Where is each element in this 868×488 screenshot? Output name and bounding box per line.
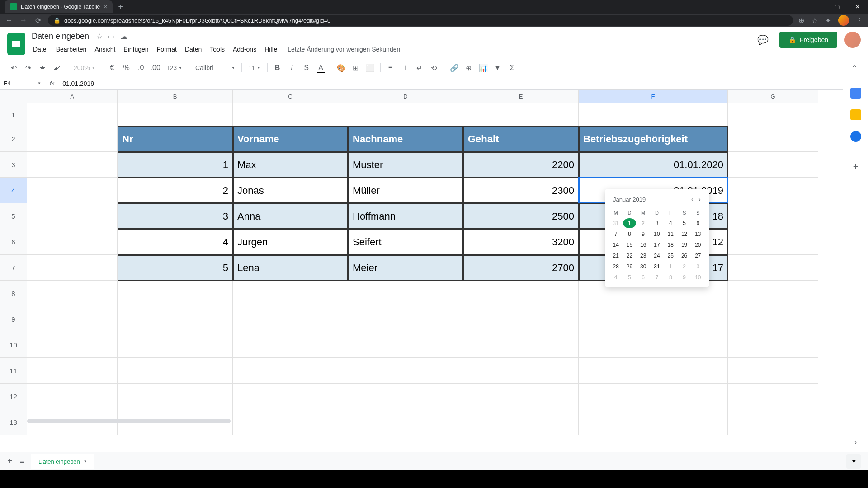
cell[interactable] (233, 384, 348, 409)
cell[interactable] (728, 332, 818, 358)
calendar-day[interactable]: 13 (692, 229, 704, 239)
cloud-icon[interactable]: ☁ (120, 32, 127, 41)
sheets-logo-icon[interactable] (7, 33, 25, 55)
calendar-day[interactable]: 1 (664, 262, 677, 272)
print-button[interactable]: 🖶 (36, 61, 49, 74)
cell[interactable]: Seifert (348, 229, 463, 255)
cell[interactable] (348, 306, 463, 332)
calendar-day[interactable]: 31 (651, 262, 663, 272)
calendar-day[interactable]: 10 (651, 229, 663, 239)
prev-month-button[interactable]: ‹ (691, 196, 693, 203)
cell[interactable] (463, 306, 579, 332)
number-format-select[interactable]: 123▼ (164, 62, 185, 73)
cell[interactable] (728, 281, 818, 306)
calendar-day[interactable]: 30 (637, 262, 650, 272)
filter-button[interactable]: ▼ (491, 61, 504, 74)
cell[interactable]: Hoffmann (348, 203, 463, 229)
decimal-increase-button[interactable]: .00 (149, 61, 162, 74)
cell[interactable] (728, 358, 818, 384)
grid-container[interactable]: ABCDEFG12NrVornameNachnameGehaltBetriebs… (0, 90, 868, 458)
cell[interactable] (233, 358, 348, 384)
move-icon[interactable]: ▭ (108, 32, 115, 41)
cell[interactable] (348, 281, 463, 306)
link-button[interactable]: 🔗 (448, 61, 461, 74)
cell[interactable]: 1 (118, 152, 233, 178)
cell[interactable] (728, 409, 818, 435)
all-sheets-button[interactable]: ≡ (20, 457, 24, 465)
text-color-button[interactable]: A (315, 61, 327, 74)
italic-button[interactable]: I (286, 61, 298, 74)
cell[interactable] (579, 306, 728, 332)
cell[interactable] (348, 103, 463, 126)
comment-button[interactable]: ⊕ (462, 61, 475, 74)
calendar-day[interactable]: 23 (637, 251, 650, 261)
calendar-addon-icon[interactable] (850, 88, 861, 99)
calendar-day[interactable]: 5 (623, 272, 636, 282)
column-header[interactable]: B (118, 90, 233, 103)
strikethrough-button[interactable]: S (300, 61, 313, 74)
redo-button[interactable]: ↷ (22, 61, 34, 74)
name-box[interactable]: F4 ▼ (0, 77, 45, 89)
doc-title[interactable]: Daten eingeben (30, 31, 91, 42)
functions-button[interactable]: Σ (506, 61, 519, 74)
menu-help[interactable]: Hilfe (261, 44, 280, 55)
chevron-down-icon[interactable]: ▼ (84, 460, 87, 464)
menu-file[interactable]: Datei (30, 44, 51, 55)
cell[interactable] (27, 203, 118, 229)
cell[interactable] (118, 332, 233, 358)
cell[interactable] (728, 384, 818, 409)
cell[interactable]: Muster (348, 152, 463, 178)
cell[interactable] (728, 103, 818, 126)
percent-button[interactable]: % (120, 61, 133, 74)
menu-edit[interactable]: Bearbeiten (53, 44, 90, 55)
calendar-day[interactable]: 27 (692, 251, 704, 261)
font-size-select[interactable]: 11▼ (245, 62, 264, 73)
calendar-day[interactable]: 24 (651, 251, 663, 261)
cell[interactable] (463, 332, 579, 358)
browser-menu-icon[interactable]: ⋮ (856, 16, 863, 25)
cell[interactable]: 2300 (463, 178, 579, 203)
url-bar[interactable]: 🔒 docs.google.com/spreadsheets/d/15_k45N… (48, 15, 793, 26)
cell[interactable] (27, 255, 118, 281)
calendar-day[interactable]: 18 (664, 240, 677, 250)
cell[interactable] (233, 332, 348, 358)
cell[interactable]: Meier (348, 255, 463, 281)
menu-view[interactable]: Ansicht (91, 44, 118, 55)
cell[interactable] (728, 126, 818, 152)
row-header[interactable]: 13 (0, 409, 27, 435)
cell[interactable]: 2 (118, 178, 233, 203)
row-header[interactable]: 2 (0, 126, 27, 152)
add-sheet-button[interactable]: + (7, 456, 13, 466)
cell[interactable] (348, 332, 463, 358)
cell[interactable]: Gehalt (463, 126, 579, 152)
calendar-day[interactable]: 26 (678, 251, 690, 261)
cell[interactable]: 3200 (463, 229, 579, 255)
maximize-button[interactable]: ▢ (826, 0, 847, 14)
calendar-day[interactable]: 4 (664, 218, 677, 228)
reload-button[interactable]: ⟳ (33, 16, 42, 25)
cell[interactable]: 3 (118, 203, 233, 229)
back-button[interactable]: ← (5, 16, 14, 24)
star-icon[interactable]: ☆ (96, 32, 103, 41)
cell[interactable]: 2700 (463, 255, 579, 281)
forward-button[interactable]: → (19, 16, 28, 24)
calendar-day[interactable]: 9 (678, 272, 690, 282)
calendar-day[interactable]: 10 (692, 272, 704, 282)
calendar-day[interactable]: 6 (692, 218, 704, 228)
cell[interactable] (463, 358, 579, 384)
cell[interactable] (579, 384, 728, 409)
column-header[interactable]: A (27, 90, 118, 103)
calendar-day[interactable]: 2 (678, 262, 690, 272)
horizontal-scrollbar[interactable] (27, 419, 231, 423)
cell[interactable] (27, 178, 118, 203)
calendar-day[interactable]: 29 (623, 262, 636, 272)
profile-avatar[interactable] (838, 15, 849, 26)
column-header[interactable]: E (463, 90, 579, 103)
row-header[interactable]: 5 (0, 203, 27, 229)
row-header[interactable]: 7 (0, 255, 27, 281)
cell[interactable]: 5 (118, 255, 233, 281)
calendar-day[interactable]: 7 (651, 272, 663, 282)
wrap-button[interactable]: ↵ (413, 61, 426, 74)
comments-button[interactable]: 💬 (754, 31, 772, 49)
cell[interactable] (728, 255, 818, 281)
